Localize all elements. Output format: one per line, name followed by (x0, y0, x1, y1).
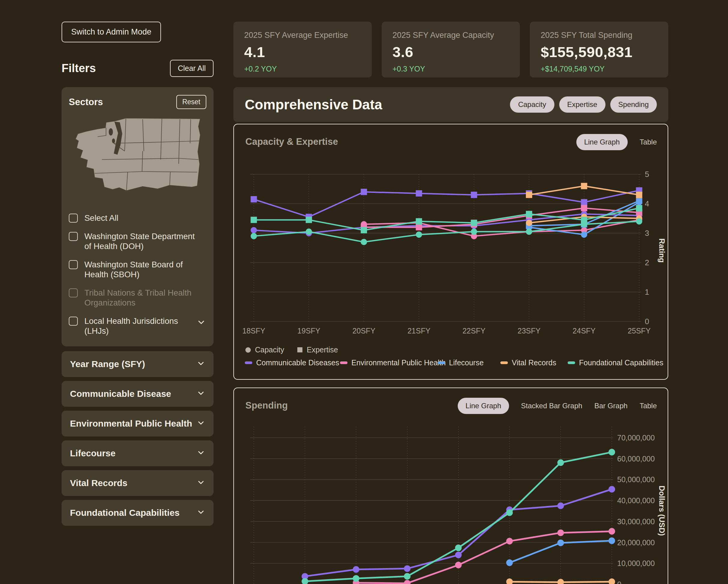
stat-delta: +$14,709,549 YOY (541, 65, 657, 73)
accordion-lifecourse[interactable]: Lifecourse (61, 440, 213, 466)
svg-text:4: 4 (645, 199, 649, 208)
chevron-down-icon (197, 508, 205, 517)
accordion-label: Lifecourse (70, 448, 115, 458)
comprehensive-capacity-button[interactable]: Capacity (510, 96, 554, 113)
sectors-reset-button[interactable]: Reset (176, 95, 206, 109)
checkbox[interactable] (69, 288, 78, 298)
switch-admin-mode-button[interactable]: Switch to Admin Mode (61, 22, 161, 42)
accordion-label: Vital Records (70, 478, 127, 488)
accordion-year-range-sfy-[interactable]: Year Range (SFY) (61, 351, 213, 377)
legend-label: Lifecourse (449, 358, 484, 367)
svg-text:Rating: Rating (657, 238, 667, 263)
sectors-filter-card: Sectors Reset (61, 87, 213, 346)
svg-text:2: 2 (645, 258, 649, 267)
line-color-icon (245, 361, 252, 364)
sector-option-1[interactable]: Washington State Department of Health (D… (69, 231, 206, 251)
stat-title: 2025 SFY Average Capacity (392, 31, 509, 40)
capacity-expertise-panel: 01234518SFY19SFY20SFY21SFY22SFY23SFY24SF… (233, 124, 668, 380)
legend-expertise: Expertise (297, 346, 338, 354)
svg-text:23SFY: 23SFY (518, 327, 541, 335)
accordion-label: Year Range (SFY) (70, 359, 145, 369)
accordion-vital-records[interactable]: Vital Records (61, 470, 213, 496)
stat-value: 3.6 (392, 44, 509, 60)
comprehensive-buttons: CapacityExpertiseSpending (510, 96, 657, 113)
legend-label: Expertise (307, 346, 338, 354)
svg-text:20SFY: 20SFY (352, 327, 375, 335)
checkbox-label: Select All (84, 213, 118, 223)
stat-title: 2025 SFY Total Spending (541, 31, 657, 40)
sector-checkbox-list: Select AllWashington State Department of… (69, 213, 206, 336)
circle-marker-icon (245, 347, 251, 353)
spending-panel-title: Spending (245, 400, 288, 411)
spending-panel: 010,000,00020,000,00030,000,00040,000,00… (233, 387, 668, 584)
line-color-icon (438, 361, 445, 364)
sector-option-0[interactable]: Select All (69, 213, 206, 223)
legend-communicable-diseases: Communicable Diseases (245, 358, 339, 367)
stat-value: $155,590,831 (541, 44, 657, 60)
spending-view-line-graph[interactable]: Line Graph (458, 398, 509, 414)
legend-label: Communicable Diseases (256, 358, 339, 367)
svg-text:22SFY: 22SFY (463, 327, 486, 335)
sector-option-3[interactable]: Tribal Nations & Tribal Health Organizat… (69, 288, 206, 308)
stat-value: 4.1 (244, 44, 361, 60)
checkbox-label: Local Health Jurisdictions (LHJs) (84, 316, 202, 336)
sector-option-4[interactable]: Local Health Jurisdictions (LHJs) (69, 316, 206, 336)
checkbox[interactable] (69, 232, 78, 241)
checkbox-label: Washington State Board of Health (SBOH) (84, 259, 202, 280)
legend-environmental-public-health: Environmental Public Health (340, 358, 446, 367)
stats-row: 2025 SFY Average Expertise 4.1 +0.2 YOY … (233, 22, 668, 77)
stat-delta: +0.2 YOY (244, 65, 361, 73)
svg-text:70,000,000: 70,000,000 (617, 433, 655, 442)
capacity-view-toggle: Line GraphTable (576, 134, 657, 150)
spending-view-toggle: Line GraphStacked Bar GraphBar GraphTabl… (458, 398, 657, 414)
spending-view-table[interactable]: Table (640, 402, 657, 410)
marker-legend: CapacityExpertise (245, 346, 338, 354)
comprehensive-expertise-button[interactable]: Expertise (559, 96, 605, 113)
svg-text:3: 3 (645, 229, 649, 238)
checkbox[interactable] (69, 316, 78, 326)
comprehensive-spending-button[interactable]: Spending (610, 96, 657, 113)
svg-text:40,000,000: 40,000,000 (617, 496, 655, 505)
svg-text:0: 0 (645, 317, 649, 326)
legend-label: Environmental Public Health (352, 358, 446, 367)
capacity-expertise-panel-title: Capacity & Expertise (245, 136, 338, 147)
chevron-down-icon (197, 478, 205, 488)
sector-option-2[interactable]: Washington State Board of Health (SBOH) (69, 259, 206, 280)
filter-sidebar: Switch to Admin Mode Filters Clear All S… (61, 22, 213, 526)
svg-text:10,000,000: 10,000,000 (617, 559, 655, 567)
spending-view-stacked-bar-graph[interactable]: Stacked Bar Graph (521, 402, 582, 410)
spending-view-bar-graph[interactable]: Bar Graph (594, 402, 628, 410)
svg-text:25SFY: 25SFY (628, 327, 651, 335)
accordion-environmental-public-health[interactable]: Environmental Public Health (61, 411, 213, 436)
checkbox[interactable] (69, 213, 78, 223)
capacity-view-table[interactable]: Table (640, 138, 657, 146)
accordion-communicable-disease[interactable]: Communicable Disease (61, 381, 213, 407)
legend-vital-records: Vital Records (500, 358, 556, 367)
comprehensive-data-header: Comprehensive Data CapacityExpertiseSpen… (233, 87, 668, 122)
checkbox[interactable] (69, 260, 78, 269)
legend-label: Vital Records (512, 358, 556, 367)
spending-chart: 010,000,00020,000,00030,000,00040,000,00… (234, 388, 667, 584)
stat-title: 2025 SFY Average Expertise (244, 31, 361, 40)
svg-text:1: 1 (645, 287, 649, 297)
line-color-icon (340, 361, 347, 364)
chevron-down-icon (197, 359, 205, 369)
capacity-view-line-graph[interactable]: Line Graph (576, 134, 628, 150)
chevron-down-icon (197, 449, 205, 458)
stat-delta: +0.3 YOY (392, 65, 509, 73)
chevron-down-icon[interactable] (197, 318, 206, 328)
chevron-down-icon (197, 389, 205, 399)
svg-text:20,000,000: 20,000,000 (617, 538, 655, 547)
washington-state-map[interactable] (69, 115, 206, 206)
sectors-title: Sectors (69, 97, 103, 107)
accordion-label: Environmental Public Health (70, 418, 192, 429)
svg-text:24SFY: 24SFY (573, 327, 596, 335)
clear-all-button[interactable]: Clear All (170, 60, 213, 77)
svg-text:30,000,000: 30,000,000 (617, 517, 655, 526)
stat-card-expertise: 2025 SFY Average Expertise 4.1 +0.2 YOY (233, 22, 372, 77)
filters-title: Filters (61, 62, 96, 75)
svg-text:5: 5 (645, 170, 649, 179)
legend-label: Capacity (255, 346, 284, 354)
accordion-label: Communicable Disease (70, 389, 171, 399)
accordion-foundational-capabilities[interactable]: Foundational Capabilities (61, 500, 213, 526)
